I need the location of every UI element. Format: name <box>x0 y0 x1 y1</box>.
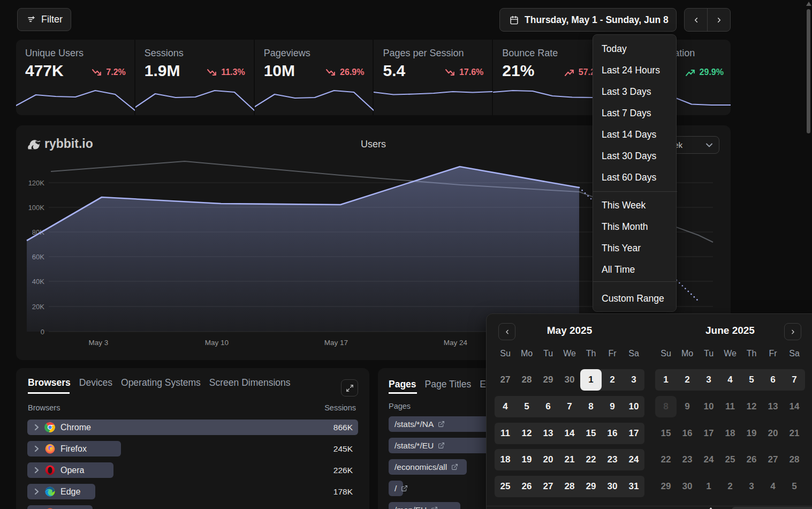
svg-text:120K: 120K <box>28 179 45 187</box>
svg-text:May 3: May 3 <box>89 339 109 347</box>
svg-text:100K: 100K <box>28 204 45 212</box>
svg-text:May 24: May 24 <box>444 339 468 347</box>
svg-text:May 10: May 10 <box>205 339 229 347</box>
svg-text:May 17: May 17 <box>324 339 348 347</box>
